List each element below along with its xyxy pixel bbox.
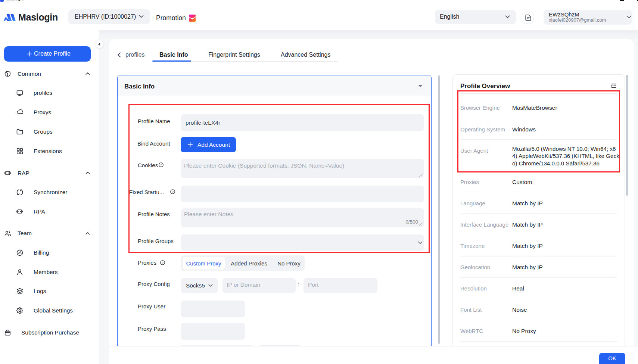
- svg-text:?: ?: [162, 261, 164, 264]
